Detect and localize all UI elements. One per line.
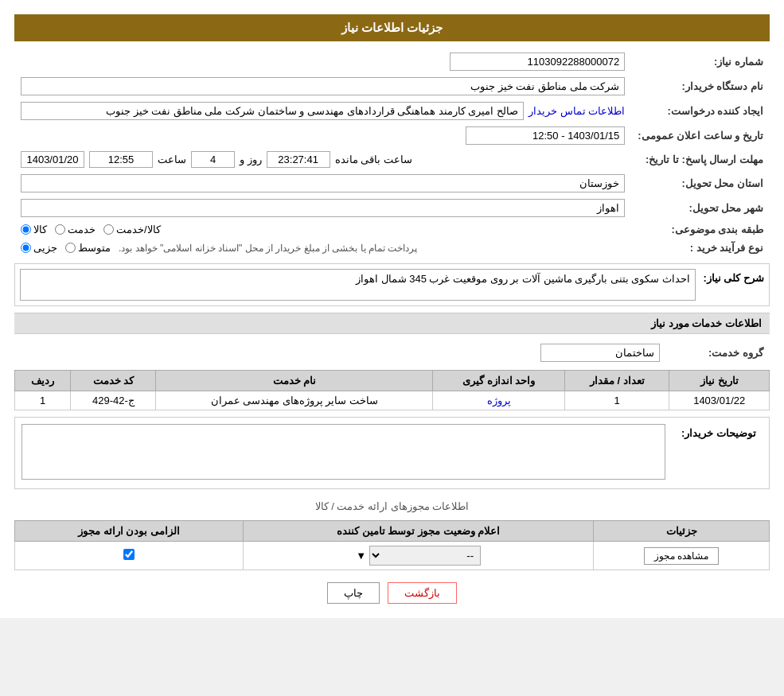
- tabaqe-kala-radio[interactable]: [21, 224, 31, 235]
- view-permit-button[interactable]: مشاهده مجوز: [644, 547, 719, 565]
- sharh-label: شرح کلی نیاز:: [700, 269, 764, 284]
- col-radif: ردیف: [15, 371, 71, 391]
- shomara-niaz-value: 1103092288000072: [450, 52, 625, 71]
- noue-motavaset-radio[interactable]: [65, 243, 76, 253]
- permits-title: اطلاعات مجوزهای ارائه خدمت / کالا: [14, 497, 770, 515]
- description-textarea[interactable]: [21, 424, 665, 480]
- shahr-value: اهواز: [21, 199, 625, 217]
- col-code: کد خدمت: [71, 371, 156, 391]
- print-button[interactable]: چاپ: [327, 582, 380, 604]
- ostan-value: خوزستان: [21, 174, 625, 192]
- row-vahed: پروژه: [433, 391, 565, 410]
- mohlat-roz: 4: [191, 151, 235, 168]
- row-code: ج-42-429: [71, 391, 156, 410]
- permits-row: مشاهده مجوز -- ▼: [15, 542, 770, 570]
- row-tarikh: 1403/01/22: [669, 391, 770, 410]
- ostan-label: استان محل تحویل:: [631, 171, 770, 196]
- noue-farayand-label: نوع فرآیند خرید :: [631, 239, 770, 257]
- chevron-down-icon: ▼: [356, 550, 366, 562]
- back-button[interactable]: بازگشت: [388, 582, 457, 604]
- shomara-niaz-label: شماره نیاز:: [631, 49, 770, 74]
- idad-link[interactable]: اطلاعات تماس خریدار: [529, 105, 625, 117]
- col-ealam: اعلام وضعیت مجوز توسط تامین کننده: [244, 521, 594, 542]
- noue-jozi-label: جزیی: [33, 242, 57, 254]
- tabaqe-kala-khedmat-label: کالا/خدمت: [116, 224, 161, 235]
- tabaqe-label: طبقه بندی موضوعی:: [631, 220, 770, 239]
- col-elzam: الزامی بودن ارائه مجوز: [15, 521, 244, 542]
- mohlat-remaining-text: ساعت باقی مانده: [335, 154, 412, 165]
- tabaqe-khedmat-radio[interactable]: [55, 224, 65, 235]
- idad-label: ایجاد کننده درخواست:: [631, 99, 770, 123]
- shahr-label: شهر محل تحویل:: [631, 196, 770, 220]
- group-label: گروه خدمت:: [666, 340, 770, 365]
- services-section-title: اطلاعات خدمات مورد نیاز: [14, 313, 770, 334]
- col-name: نام خدمت: [156, 371, 433, 391]
- sharh-value: احداث سکوی بتنی بارگیری ماشین آلات بر رو…: [20, 269, 696, 301]
- tabaqe-khedmat-label: خدمت: [68, 224, 96, 235]
- row-vahed-link[interactable]: پروژه: [487, 395, 511, 406]
- tarikh-label: تاریخ و ساعت اعلان عمومی:: [631, 123, 770, 148]
- group-value: ساختمان: [540, 344, 660, 362]
- tabaqe-kala-label: کالا: [33, 224, 47, 235]
- row-radif: 1: [15, 391, 71, 410]
- tarikh-value: 1403/01/15 - 12:50: [466, 126, 625, 145]
- elzam-checkbox[interactable]: [123, 549, 135, 560]
- page-title: جزئیات اطلاعات نیاز: [14, 14, 770, 41]
- col-tedad: تعداد / مقدار: [565, 371, 669, 391]
- col-joziyat: جزئیات: [594, 521, 770, 542]
- mohlat-saat: 12:55: [89, 151, 153, 168]
- noue-text: پرداخت تمام یا بخشی از مبلغ خریدار از مح…: [119, 243, 417, 254]
- table-row: 1403/01/22 1 پروژه ساخت سایر پروژه‌های م…: [15, 391, 770, 410]
- mohlat-roz-label: روز و: [240, 154, 262, 165]
- noue-motavaset-label: متوسط: [78, 242, 111, 254]
- row-name: ساخت سایر پروژه‌های مهندسی عمران: [156, 391, 433, 410]
- description-label: توضیحات خریدار:: [667, 424, 763, 482]
- idad-value: صالح امیری کارمند هماهنگی قراردادهای مهن…: [21, 102, 524, 120]
- mohlat-time: 23:27:41: [267, 151, 330, 168]
- nam-dastgah-value: شرکت ملی مناطق نفت خیز جنوب: [21, 77, 625, 95]
- ealam-select[interactable]: --: [369, 546, 481, 566]
- mohlat-label: مهلت ارسال پاسخ: تا تاریخ:: [631, 148, 770, 171]
- col-vahed: واحد اندازه گیری: [433, 371, 565, 391]
- tabaqe-kala-khedmat-radio[interactable]: [103, 224, 114, 235]
- noue-jozi-radio[interactable]: [21, 243, 31, 253]
- mohlat-saat-label: ساعت: [158, 154, 186, 165]
- mohlat-date: 1403/01/20: [21, 151, 84, 168]
- nam-dastgah-label: نام دستگاه خریدار:: [631, 74, 770, 99]
- col-tarikh: تاریخ نیاز: [669, 371, 770, 391]
- row-tedad: 1: [565, 391, 669, 410]
